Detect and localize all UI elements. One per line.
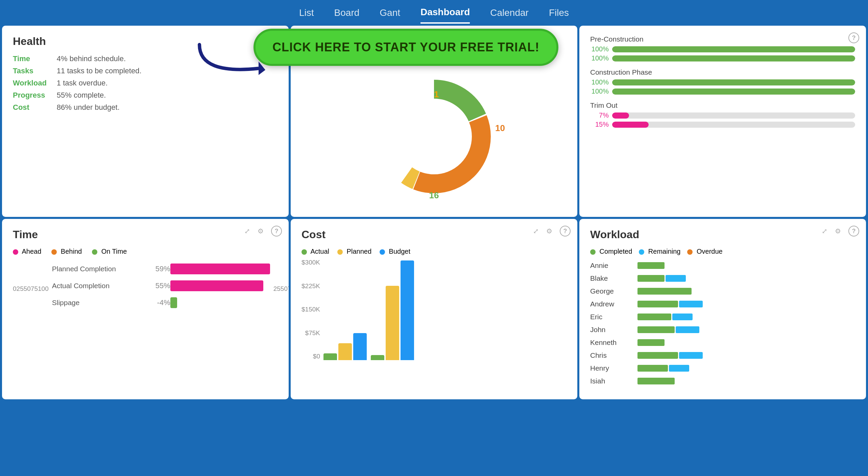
wl-name-eric: Eric: [590, 313, 637, 321]
wl-remaining-dot: [639, 249, 644, 255]
wl-george-completed: [637, 288, 692, 295]
time-actual-visual: 55%: [147, 280, 270, 291]
phase-construction: Construction Phase 100% 100%: [590, 68, 855, 95]
wl-andrew-remaining: [679, 301, 703, 307]
time-bar-actual: Actual Completion 55%: [52, 280, 270, 291]
wl-name-isiah: Isiah: [590, 377, 637, 385]
cta-button[interactable]: CLICK HERE TO START YOUR FREE TRIAL!: [254, 29, 558, 66]
wl-kenneth-completed: [637, 339, 665, 346]
phase-trim-out: Trim Out 7% 15%: [590, 101, 855, 128]
phase-trim-fill-1: [612, 112, 629, 119]
time-info-icon[interactable]: ?: [271, 226, 282, 236]
phase-con-pct-2: 100%: [590, 87, 609, 95]
ahead-dot: [13, 249, 18, 255]
cost-settings-icon[interactable]: ⚙: [546, 227, 552, 235]
wl-bars-annie: [637, 262, 665, 269]
phase-pre-pct-1: 100%: [590, 45, 609, 53]
time-bar-planned: Planned Completion 59%: [52, 264, 270, 274]
phase-con-fill-2: [612, 89, 855, 95]
workload-card-icons: ⤢ ⚙ ?: [822, 226, 859, 236]
nav-dashboard[interactable]: Dashboard: [420, 4, 470, 24]
wl-bars-kenneth: [637, 339, 665, 346]
phase-trim-fill-2: [612, 122, 649, 128]
time-slippage-visual: -4%: [147, 297, 270, 308]
time-expand-icon[interactable]: ⤢: [244, 227, 250, 235]
workload-settings-icon[interactable]: ⚙: [835, 227, 841, 235]
nav-board[interactable]: Board: [334, 5, 360, 23]
wl-row-john: John: [590, 326, 855, 334]
phase-trim-bar-2: 15%: [590, 121, 855, 128]
cost-g2-actual: [371, 355, 384, 360]
wl-row-chris: Chris: [590, 351, 855, 359]
time-actual-bar: [170, 280, 263, 291]
workload-info-icon[interactable]: ?: [848, 226, 859, 236]
cost-card-icons: ⤢ ⚙ ?: [533, 226, 571, 236]
health-time-label: Time: [13, 54, 47, 63]
phase-trim-name: Trim Out: [590, 101, 855, 109]
wl-row-henry: Henry: [590, 364, 855, 372]
time-planned-bar: [170, 264, 270, 274]
planned-dot: [337, 249, 343, 255]
phase-con-fill-1: [612, 79, 855, 85]
cost-group-2: [371, 260, 414, 360]
nav-files[interactable]: Files: [549, 5, 569, 23]
time-legend-ontime: On Time: [92, 248, 127, 255]
phases-card-icons: ?: [848, 32, 859, 43]
health-cost-label: Cost: [13, 103, 47, 112]
time-slippage-bar: [170, 297, 177, 308]
time-legend: Ahead Behind On Time: [13, 248, 278, 255]
health-workload-label: Workload: [13, 79, 47, 87]
workload-expand-icon[interactable]: ⤢: [822, 227, 827, 235]
wl-blake-remaining: [666, 275, 686, 282]
nav-calendar[interactable]: Calendar: [490, 5, 529, 23]
phase-pre-pct-2: 100%: [590, 54, 609, 62]
wl-john-remaining: [676, 326, 699, 333]
wl-name-blake: Blake: [590, 274, 637, 282]
workload-rows: Annie Blake George Andrew: [590, 261, 855, 385]
wl-bars-chris: [637, 352, 703, 359]
cost-title: Cost: [302, 228, 566, 241]
svg-marker-0: [259, 61, 265, 75]
wl-overdue-dot: [687, 249, 693, 255]
cost-group-1: [323, 333, 367, 360]
time-planned-pct: 59%: [147, 265, 170, 273]
time-bars: Planned Completion 59% Actual Completion…: [52, 264, 270, 314]
wl-row-blake: Blake: [590, 274, 855, 282]
wl-legend-overdue: Overdue: [687, 248, 722, 255]
arrow-container: [179, 27, 254, 68]
wl-john-completed: [637, 326, 675, 333]
time-planned-visual: 59%: [147, 264, 270, 274]
wl-bars-eric: [637, 314, 693, 320]
cost-info-icon[interactable]: ?: [560, 226, 571, 236]
wl-eric-completed: [637, 314, 671, 320]
wl-henry-completed: [637, 365, 668, 372]
wl-name-john: John: [590, 326, 637, 334]
phase-pre-fill-2: [612, 55, 855, 61]
phase-con-bar-1: 100%: [590, 78, 855, 86]
phase-con-track-1: [612, 79, 855, 85]
budget-dot: [380, 249, 385, 255]
cost-g1-actual: [323, 353, 337, 360]
nav-gant[interactable]: Gant: [380, 5, 400, 23]
phases-info-icon[interactable]: ?: [848, 32, 859, 43]
cost-g2-budget: [401, 260, 414, 360]
nav-list[interactable]: List: [299, 5, 314, 23]
health-progress-label: Progress: [13, 91, 47, 100]
wl-legend-completed: Completed: [590, 248, 632, 255]
time-axis: 100 75 50 25 0: [13, 285, 49, 293]
wl-blake-completed: [637, 275, 665, 282]
cost-legend-planned: Planned: [337, 248, 371, 255]
wl-name-george: George: [590, 287, 637, 295]
workload-title: Workload: [590, 228, 855, 241]
time-actual-label: Actual Completion: [52, 282, 147, 290]
wl-name-annie: Annie: [590, 261, 637, 270]
time-settings-icon[interactable]: ⚙: [258, 227, 264, 235]
cta-overlay: CLICK HERE TO START YOUR FREE TRIAL!: [179, 27, 558, 68]
cost-g1-budget: [353, 333, 367, 360]
time-legend-ahead: Ahead: [13, 248, 41, 255]
cost-legend: Actual Planned Budget: [302, 248, 566, 255]
time-slippage-label: Slippage: [52, 299, 147, 307]
cost-expand-icon[interactable]: ⤢: [533, 227, 539, 235]
phase-pre-track-1: [612, 46, 855, 52]
time-axis-right: 25 50 75 100: [273, 285, 289, 293]
